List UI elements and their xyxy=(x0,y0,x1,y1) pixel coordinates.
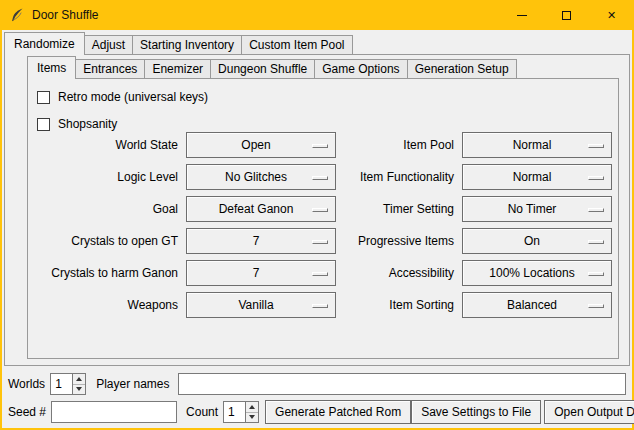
open-output-directory-button[interactable]: Open Output Directory xyxy=(544,400,634,424)
tab-generation-setup[interactable]: Generation Setup xyxy=(407,59,517,78)
window-body: Randomize Adjust Starting Inventory Cust… xyxy=(2,30,632,428)
multiworld-row: Worlds 1 Player names xyxy=(8,372,626,396)
checkbox-icon xyxy=(37,118,50,131)
window-controls: ✕ xyxy=(499,0,634,30)
tab-adjust[interactable]: Adjust xyxy=(84,35,133,54)
arrow-up-icon xyxy=(76,377,82,381)
dropdown-indicator-icon xyxy=(588,144,604,148)
dropdown-value: Vanilla xyxy=(238,298,283,312)
tab-game-options[interactable]: Game Options xyxy=(314,59,407,78)
count-value[interactable]: 1 xyxy=(223,401,245,423)
field-label: Item Sorting xyxy=(324,298,462,312)
field-label: Item Functionality xyxy=(324,170,462,184)
tab-custom-item-pool[interactable]: Custom Item Pool xyxy=(241,35,352,54)
form-row: Item Pool Normal xyxy=(324,132,612,158)
field-label: Accessibility xyxy=(324,266,462,280)
tab-starting-inventory[interactable]: Starting Inventory xyxy=(132,35,242,54)
dropdown-indicator-icon xyxy=(588,176,604,180)
maximize-icon xyxy=(562,11,571,20)
dropdown-value: Balanced xyxy=(507,298,567,312)
window: Door Shuffle ✕ Randomize Adjust Starting… xyxy=(0,0,634,430)
count-label: Count xyxy=(186,405,218,419)
save-settings-button[interactable]: Save Settings to File xyxy=(411,400,541,424)
field-label: Timer Setting xyxy=(324,202,462,216)
worlds-spin-buttons xyxy=(72,373,86,395)
form-row: Goal Defeat Ganon xyxy=(36,196,336,222)
item-sorting-dropdown[interactable]: Balanced xyxy=(462,292,612,318)
window-title: Door Shuffle xyxy=(32,8,99,22)
form-row: Item Sorting Balanced xyxy=(324,292,612,318)
tab-entrances[interactable]: Entrances xyxy=(75,59,145,78)
outer-tab-bar: Randomize Adjust Starting Inventory Cust… xyxy=(4,32,353,54)
count-spin-buttons xyxy=(245,401,259,423)
dropdown-value: No Timer xyxy=(508,202,567,216)
item-pool-dropdown[interactable]: Normal xyxy=(462,132,612,158)
dropdown-value: On xyxy=(524,234,550,248)
field-label: World State xyxy=(36,138,186,152)
form-row: Accessibility 100% Locations xyxy=(324,260,612,286)
tab-enemizer[interactable]: Enemizer xyxy=(144,59,211,78)
crystals-harm-ganon-dropdown[interactable]: 7 xyxy=(186,260,336,286)
form-column-left: World State Open Logic Level No Glitches xyxy=(36,132,336,324)
dropdown-value: 100% Locations xyxy=(489,266,584,280)
item-functionality-dropdown[interactable]: Normal xyxy=(462,164,612,190)
checkbox-label: Retro mode (universal keys) xyxy=(58,90,208,104)
minimize-button[interactable] xyxy=(499,0,544,30)
form-row: Crystals to open GT 7 xyxy=(36,228,336,254)
dropdown-value: Normal xyxy=(513,138,562,152)
retro-mode-checkbox[interactable]: Retro mode (universal keys) xyxy=(37,89,208,105)
seed-input[interactable] xyxy=(51,401,177,423)
goal-dropdown[interactable]: Defeat Ganon xyxy=(186,196,336,222)
minimize-icon xyxy=(517,15,527,16)
arrow-up-icon xyxy=(249,405,255,409)
player-names-input[interactable] xyxy=(178,373,627,395)
timer-setting-dropdown[interactable]: No Timer xyxy=(462,196,612,222)
logic-level-dropdown[interactable]: No Glitches xyxy=(186,164,336,190)
dropdown-indicator-icon xyxy=(588,240,604,244)
count-spin-up[interactable] xyxy=(246,402,258,412)
worlds-spin-down[interactable] xyxy=(73,384,85,395)
seed-label: Seed # xyxy=(8,405,46,419)
dropdown-indicator-icon xyxy=(588,208,604,212)
arrow-down-icon xyxy=(76,387,82,391)
field-label: Weapons xyxy=(36,298,186,312)
close-icon: ✕ xyxy=(607,10,616,21)
generate-patched-rom-button[interactable]: Generate Patched Rom xyxy=(265,400,411,424)
close-button[interactable]: ✕ xyxy=(589,0,634,30)
field-label: Logic Level xyxy=(36,170,186,184)
field-label: Item Pool xyxy=(324,138,462,152)
form-row: Progressive Items On xyxy=(324,228,612,254)
inner-tab-bar: Items Entrances Enemizer Dungeon Shuffle… xyxy=(27,57,517,78)
arrow-down-icon xyxy=(249,415,255,419)
generation-row: Seed # Count 1 Generate Patched Rom Save… xyxy=(8,400,626,424)
tab-items[interactable]: Items xyxy=(27,56,76,79)
checkbox-icon xyxy=(37,91,50,104)
shopsanity-checkbox[interactable]: Shopsanity xyxy=(37,116,117,132)
dropdown-value: Normal xyxy=(513,170,562,184)
tab-randomize[interactable]: Randomize xyxy=(4,32,85,55)
worlds-spinbox[interactable]: 1 xyxy=(50,373,86,395)
progressive-items-dropdown[interactable]: On xyxy=(462,228,612,254)
maximize-button[interactable] xyxy=(544,0,589,30)
count-spin-down[interactable] xyxy=(246,412,258,423)
form-row: Logic Level No Glitches xyxy=(36,164,336,190)
form-column-right: Item Pool Normal Item Functionality Norm… xyxy=(324,132,612,324)
dropdown-indicator-icon xyxy=(588,304,604,308)
app-icon xyxy=(9,7,25,23)
worlds-value[interactable]: 1 xyxy=(50,373,72,395)
accessibility-dropdown[interactable]: 100% Locations xyxy=(462,260,612,286)
worlds-spin-up[interactable] xyxy=(73,374,85,384)
dropdown-value: Open xyxy=(241,138,280,152)
world-state-dropdown[interactable]: Open xyxy=(186,132,336,158)
count-spinbox[interactable]: 1 xyxy=(223,401,259,423)
crystals-open-gt-dropdown[interactable]: 7 xyxy=(186,228,336,254)
dropdown-indicator-icon xyxy=(588,272,604,276)
tab-dungeon-shuffle[interactable]: Dungeon Shuffle xyxy=(210,59,315,78)
weapons-dropdown[interactable]: Vanilla xyxy=(186,292,336,318)
dropdown-value: No Glitches xyxy=(225,170,297,184)
titlebar[interactable]: Door Shuffle ✕ xyxy=(0,0,634,30)
dropdown-value: 7 xyxy=(253,266,270,280)
field-label: Goal xyxy=(36,202,186,216)
dropdown-value: 7 xyxy=(253,234,270,248)
field-label: Crystals to open GT xyxy=(36,234,186,248)
